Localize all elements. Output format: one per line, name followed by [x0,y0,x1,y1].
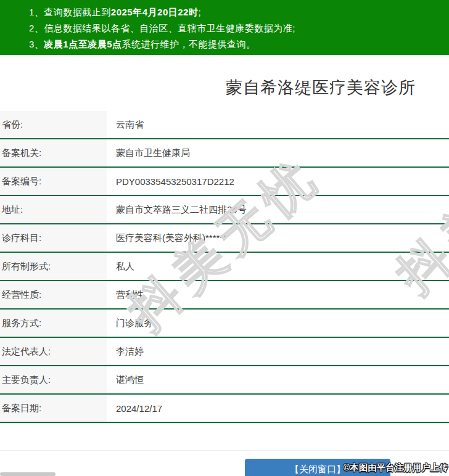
row-label: 备案编号: [0,168,107,195]
row-value: 2024/12/17 [107,395,449,422]
footer-divider [0,450,449,451]
table-row-legal-representative: 法定代表人: 李洁婷 [0,338,449,366]
row-value: 李洁婷 [107,338,449,365]
row-label: 地址: [0,196,107,223]
notice-3-bold: 凌晨1点至凌晨5点 [44,39,122,49]
horizontal-scrollbar-thumb[interactable] [0,472,56,476]
table-row-filing-authority: 备案机关: 蒙自市卫生健康局 [0,139,449,168]
row-label: 所有制形式: [0,253,107,280]
table-row-ownership: 所有制形式: 私人 [0,253,449,281]
table-row-province: 省份: 云南省 [0,111,449,139]
row-value: 蒙自市文萃路三义二社四排26号 [107,196,449,223]
table-row-filing-date: 备案日期: 2024/12/17 [0,395,449,423]
notice-banner: 1、查询数据截止到2025年4月20日22时; 2、信息数据结果以各省、自治区、… [0,0,449,55]
notice-2-text: 2、信息数据结果以各省、自治区、直辖市卫生健康委数据为准; [29,23,295,33]
notice-line-3: 3、凌晨1点至凌晨5点系统进行维护，不能提供查询。 [29,36,443,52]
notice-1-bold: 2025年4月20日22时 [111,7,199,17]
row-label: 备案日期: [0,395,107,422]
row-label: 备案机关: [0,139,107,166]
row-label: 经营性质: [0,281,107,308]
table-row-person-in-charge: 主要负责人: 谌鸿恒 [0,366,449,395]
row-label: 诊疗科目: [0,224,107,252]
table-row-service-mode: 服务方式: 门诊服务 [0,310,449,338]
row-value: 谌鸿恒 [107,366,449,393]
notice-3-text: 3、 [29,39,44,49]
row-label: 服务方式: [0,310,107,337]
row-value: 门诊服务 [107,310,449,337]
notice-line-1: 1、查询数据截止到2025年4月20日22时; [29,4,443,20]
copyright-stamp: ©本图由平台注册用户上传 [344,462,448,474]
registration-info-table: 省份: 云南省 备案机关: 蒙自市卫生健康局 备案编号: PDY00335453… [0,111,449,423]
notice-1-text: 1、查询数据截止到 [29,7,111,17]
row-value: PDY00335453250317D2212 [107,168,449,195]
table-row-departments: 诊疗科目: 医疗美容科(美容外科)****** [0,224,449,253]
table-row-business-nature: 经营性质: 营利性 [0,281,449,310]
row-value: 蒙自市卫生健康局 [107,139,449,166]
notice-line-2: 2、信息数据结果以各省、自治区、直辖市卫生健康委数据为准; [29,20,443,36]
table-row-filing-number: 备案编号: PDY00335453250317D2212 [0,168,449,196]
row-label: 省份: [0,111,107,138]
row-value: 营利性 [107,281,449,308]
row-label: 法定代表人: [0,338,107,365]
page-title: 蒙自希洛缇医疗美容诊所 [204,75,438,100]
notice-3-tail: 系统进行维护，不能提供查询。 [122,39,256,49]
row-value: 医疗美容科(美容外科)****** [107,224,449,252]
row-value: 云南省 [107,111,449,138]
row-value: 私人 [107,253,449,280]
notice-1-tail: ; [198,7,201,17]
row-label: 主要负责人: [0,366,107,393]
table-row-address: 地址: 蒙自市文萃路三义二社四排26号 [0,196,449,224]
